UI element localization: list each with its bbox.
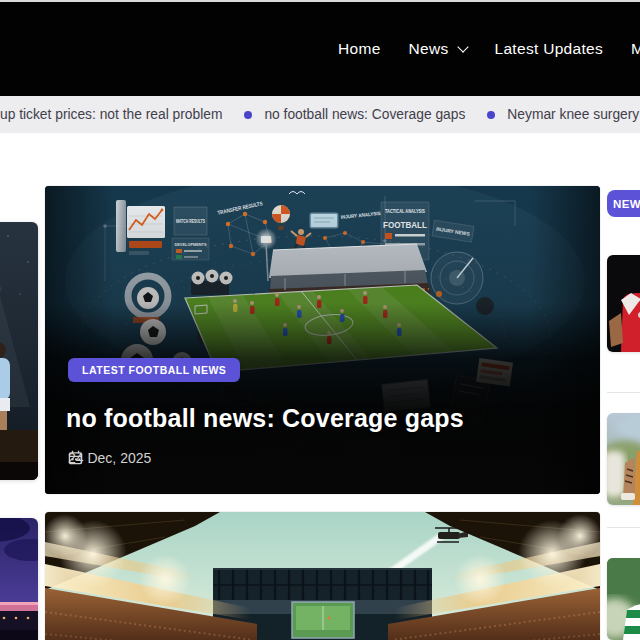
ticker-headline[interactable]: no football news: Coverage gaps [264,107,465,122]
ticker-headline[interactable]: Neymar knee surgery [507,107,639,122]
sidebar-article-thumbnail-celtic[interactable] [607,558,640,640]
nav-home-label: Home [338,40,381,58]
sidebar-article-thumbnail-arsenal[interactable] [607,255,640,352]
ticker-bullet-icon [244,111,252,119]
left-article-thumbnail-night-training[interactable] [0,222,38,480]
calendar-icon [68,450,83,465]
celtic-player-photo [607,558,640,640]
nav-news-label: News [409,40,449,58]
hero-date-row: 24 Dec, 2025 [68,450,151,466]
sidebar-news-badge[interactable]: NEWS [607,190,640,217]
nav-latest-updates-label: Latest Updates [495,40,603,58]
news-ticker: up ticket prices: not the real problem n… [0,96,640,133]
hero-football-analytics-illustration: MATCH RESULTS DEVELOPMENTS TRANSFER RESU… [45,186,600,494]
ticker-headline[interactable]: up ticket prices: not the real problem [0,107,222,122]
wireframe-stadium-photo [0,518,38,640]
page-root: { "header": { "nav": { "home": "Home", "… [0,0,640,640]
nav-item-latest-updates[interactable]: Latest Updates [495,40,603,58]
second-article-card[interactable] [45,512,600,640]
match-action-photo [607,413,640,505]
hero-article-title[interactable]: no football news: Coverage gaps [66,404,464,433]
stadium-photo [45,512,600,640]
left-article-thumbnail-wireframe-stadium[interactable] [0,518,38,640]
nav-item-more[interactable]: More [631,40,640,58]
chevron-down-icon [457,41,468,52]
ticker-bullet-icon [487,111,495,119]
sidebar-article-thumbnail-match-action[interactable] [607,413,640,505]
sidebar-divider [607,392,640,393]
nav-more-label: More [631,40,640,58]
hero-article-card[interactable]: MATCH RESULTS DEVELOPMENTS TRANSFER RESU… [45,186,600,494]
hero-category-badge[interactable]: LATEST FOOTBALL NEWS [68,358,240,382]
site-header: Home News Latest Updates More [0,2,640,96]
nav-item-home[interactable]: Home [338,40,381,58]
arsenal-player-photo [607,255,640,352]
night-training-photo [0,222,38,480]
nav-item-news[interactable]: News [409,40,467,58]
sidebar-divider [607,527,640,528]
main-nav: Home News Latest Updates More [338,40,640,58]
